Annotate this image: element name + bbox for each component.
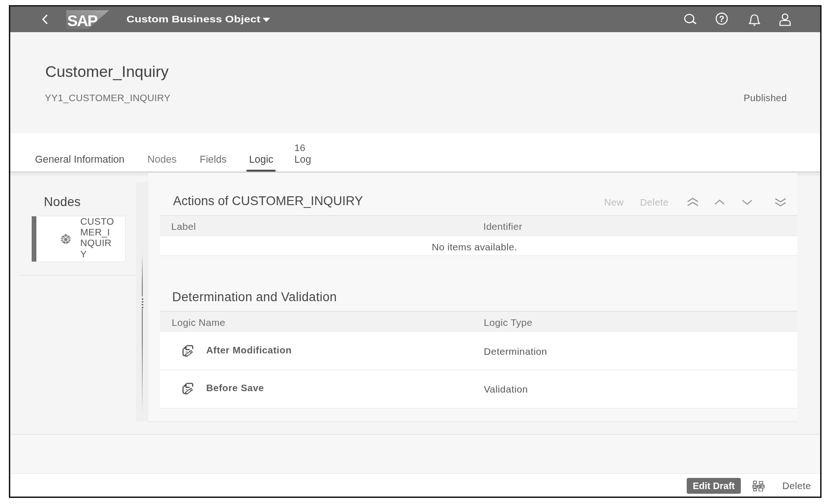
svg-text:SAP: SAP <box>67 12 98 29</box>
svg-text:?: ? <box>719 14 725 24</box>
